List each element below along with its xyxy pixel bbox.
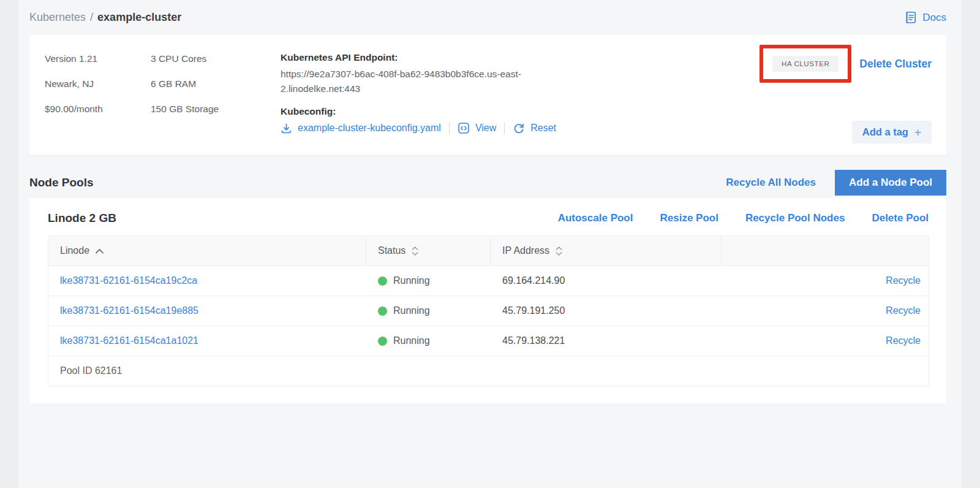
status-running-icon <box>378 276 387 286</box>
pool-name: Linode 2 GB <box>48 212 116 225</box>
docs-link[interactable]: Docs <box>905 11 946 24</box>
cluster-summary-panel: Version 1.21 Newark, NJ $90.00/month 3 C… <box>29 35 946 154</box>
code-view-icon <box>458 122 470 134</box>
sort-toggle-icon <box>555 245 563 257</box>
add-tag-label: Add a tag <box>862 126 908 138</box>
status-label: Running <box>393 335 430 346</box>
node-ip: 45.79.191.250 <box>491 305 722 316</box>
breadcrumb-separator: / <box>90 11 93 23</box>
node-ip: 69.164.214.90 <box>491 275 722 286</box>
status-label: Running <box>393 305 430 316</box>
cluster-price: $90.00/month <box>45 104 151 129</box>
resize-pool-button[interactable]: Resize Pool <box>660 212 718 224</box>
reset-icon <box>513 122 525 134</box>
recycle-node-button[interactable]: Recycle <box>886 275 921 286</box>
node-pools-header-actions: Recycle All Nodes Add a Node Pool <box>726 170 946 196</box>
node-pool-panel: Linode 2 GB Autoscale Pool Resize Pool R… <box>29 198 946 403</box>
node-link[interactable]: lke38731-62161-6154ca19e885 <box>60 305 198 316</box>
breadcrumb-current: example-cluster <box>97 11 181 23</box>
docs-icon <box>905 11 918 24</box>
cluster-version: Version 1.21 <box>45 53 151 78</box>
view-label: View <box>475 123 496 134</box>
recycle-node-button[interactable]: Recycle <box>886 335 921 346</box>
status-label: Running <box>393 275 430 286</box>
kubeconfig-file-label: example-cluster-kubeconfig.yaml <box>298 123 441 134</box>
recycle-node-button[interactable]: Recycle <box>886 305 921 316</box>
table-row: lke38731-62161-6154ca19e885 Running 45.7… <box>48 295 929 326</box>
delete-pool-button[interactable]: Delete Pool <box>872 212 929 224</box>
divider <box>449 122 450 134</box>
sort-ascending-icon <box>95 248 104 254</box>
cluster-cpu: 3 CPU Cores <box>151 53 281 78</box>
column-label-status: Status <box>378 245 405 256</box>
column-header-status[interactable]: Status <box>366 236 491 265</box>
cluster-ram: 6 GB RAM <box>151 78 281 104</box>
plus-icon: + <box>914 126 921 138</box>
column-header-linode[interactable]: Linode <box>48 236 366 265</box>
download-icon <box>281 123 292 134</box>
api-endpoint-url: https://9e2a7307-b6ac-408f-ba62-9483b0b3… <box>281 67 556 96</box>
top-bar: Kubernetes/example-cluster Docs <box>29 0 946 35</box>
ha-delete-row: HA CLUSTER Delete Cluster <box>760 45 932 83</box>
table-row: lke38731-62161-6154ca1a1021 Running 45.7… <box>48 326 929 356</box>
node-link[interactable]: lke38731-62161-6154ca19c2ca <box>60 275 197 286</box>
nodes-table: Linode Status IP Address <box>48 235 929 386</box>
column-header-ip-address[interactable]: IP Address <box>491 236 722 265</box>
kubeconfig-view-link[interactable]: View <box>458 122 496 134</box>
page: Kubernetes/example-cluster Docs Version … <box>18 0 962 488</box>
kubeconfig-actions-row: example-cluster-kubeconfig.yaml View <box>281 122 568 134</box>
cluster-region: Newark, NJ <box>45 78 151 104</box>
pool-id-label: Pool ID 62161 <box>48 365 122 376</box>
spec-column-2: 3 CPU Cores 6 GB RAM 150 GB Storage <box>151 53 281 143</box>
breadcrumb: Kubernetes/example-cluster <box>29 11 181 24</box>
kubeconfig-download-link[interactable]: example-cluster-kubeconfig.yaml <box>281 123 441 134</box>
reset-label: Reset <box>530 123 556 134</box>
node-ip: 45.79.138.221 <box>491 335 722 346</box>
recycle-pool-nodes-button[interactable]: Recycle Pool Nodes <box>745 212 845 224</box>
ha-cluster-annotation-box: HA CLUSTER <box>760 45 851 83</box>
breadcrumb-section[interactable]: Kubernetes <box>29 11 86 23</box>
spec-column-1: Version 1.21 Newark, NJ $90.00/month <box>45 53 151 143</box>
column-label-linode: Linode <box>60 245 89 256</box>
column-header-actions <box>722 236 929 265</box>
add-node-pool-button[interactable]: Add a Node Pool <box>835 170 946 196</box>
node-pools-header: Node Pools Recycle All Nodes Add a Node … <box>29 170 946 195</box>
endpoint-block: Kubernetes API Endpoint: https://9e2a730… <box>281 52 568 143</box>
kubeconfig-label: Kubeconfig: <box>281 106 568 117</box>
summary-right-column: HA CLUSTER Delete Cluster Add a tag + <box>760 45 932 143</box>
recycle-all-nodes-button[interactable]: Recycle All Nodes <box>726 177 816 189</box>
autoscale-pool-button[interactable]: Autoscale Pool <box>558 212 633 224</box>
divider <box>504 122 505 134</box>
cluster-storage: 150 GB Storage <box>151 104 281 129</box>
kubeconfig-block: Kubeconfig: example-cluster-kubeconfig.y… <box>281 106 568 134</box>
status-running-icon <box>378 337 387 346</box>
docs-label: Docs <box>922 12 946 24</box>
node-link[interactable]: lke38731-62161-6154ca1a1021 <box>60 335 198 346</box>
kubeconfig-reset-link[interactable]: Reset <box>513 122 556 134</box>
api-endpoint-label: Kubernetes API Endpoint: <box>281 52 568 63</box>
table-footer: Pool ID 62161 <box>48 356 929 386</box>
pool-head: Linode 2 GB Autoscale Pool Resize Pool R… <box>29 198 946 234</box>
sort-toggle-icon <box>411 245 419 257</box>
node-pools-title: Node Pools <box>29 176 94 189</box>
nodes-table-header: Linode Status IP Address <box>48 236 929 265</box>
pool-actions: Autoscale Pool Resize Pool Recycle Pool … <box>558 212 929 224</box>
add-tag-button[interactable]: Add a tag + <box>852 121 932 143</box>
column-label-ip-address: IP Address <box>502 245 549 256</box>
table-row: lke38731-62161-6154ca19c2ca Running 69.1… <box>48 265 929 295</box>
status-running-icon <box>378 307 387 316</box>
ha-cluster-badge: HA CLUSTER <box>772 56 839 72</box>
delete-cluster-button[interactable]: Delete Cluster <box>859 58 932 71</box>
